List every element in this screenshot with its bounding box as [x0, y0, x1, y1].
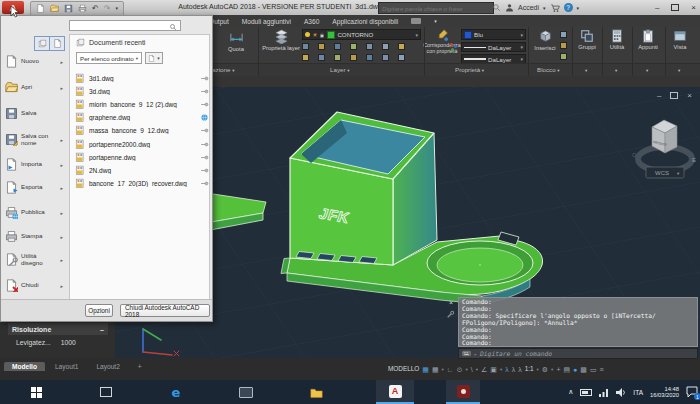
layer-tool-icon[interactable]	[366, 54, 373, 61]
file-explorer-button[interactable]	[304, 380, 328, 404]
pin-icon[interactable]	[200, 126, 209, 135]
hardware-accel-icon[interactable]: ▤	[563, 366, 570, 373]
layer-tool-icon[interactable]	[302, 54, 309, 61]
object-snap-icon[interactable]: ▣	[490, 366, 497, 373]
block-tool-icon[interactable]	[560, 42, 567, 49]
open-documents-toggle[interactable]	[49, 36, 65, 51]
app-store-cart-icon[interactable]	[550, 3, 560, 13]
layer-dropdown[interactable]: ☀ CONTORNO ▾	[302, 29, 421, 40]
ribbon-options-caret-icon[interactable]: ▾	[434, 18, 437, 24]
isolate-objects-icon[interactable]: ▩	[580, 366, 587, 373]
options-button[interactable]: Opzioni	[85, 304, 113, 317]
drawing-restore-button[interactable]	[670, 92, 678, 99]
palette-property-row[interactable]: Levigatez... 1000	[8, 336, 108, 348]
redo-icon[interactable]: ↷	[104, 5, 111, 13]
recent-file-row[interactable]: miorin_bancone_9_12 (2).dwg	[71, 98, 209, 111]
start-button[interactable]	[24, 380, 48, 404]
open-file-icon[interactable]	[50, 4, 59, 13]
layer-tool-icon[interactable]	[350, 54, 357, 61]
menu-search-input[interactable]	[69, 20, 181, 31]
pin-icon[interactable]	[200, 153, 209, 162]
pin-icon[interactable]	[200, 140, 209, 149]
layer-tool-icon[interactable]	[318, 43, 325, 50]
clock[interactable]: 14:48 16/03/2020	[650, 386, 679, 399]
close-button[interactable]: ×	[691, 3, 696, 12]
layer-tool-icon[interactable]	[334, 43, 341, 50]
panel-vista-caret[interactable]: ▾	[678, 66, 680, 73]
annotation-scale-label[interactable]: 1:1	[525, 366, 534, 372]
block-tool-icon[interactable]	[560, 53, 567, 60]
menu-item-salva[interactable]: Salva	[5, 102, 65, 125]
layer-tool-icon[interactable]	[350, 43, 357, 50]
layer-tool-icon[interactable]	[366, 43, 373, 50]
tab-layout1[interactable]: Layout1	[47, 362, 86, 371]
tab-moduli-aggiuntivi[interactable]: Moduli aggiuntivi	[242, 18, 291, 25]
search-icon[interactable]	[492, 3, 501, 12]
task-view-button[interactable]	[94, 380, 118, 404]
clipboard-panel-button[interactable]: Appunti	[636, 29, 660, 50]
viewcube-east-label[interactable]: E	[692, 157, 696, 163]
layer-tool-icon[interactable]	[318, 54, 325, 61]
insert-block-button[interactable]: Inserisci	[532, 29, 558, 51]
recent-documents-toggle[interactable]	[34, 36, 50, 51]
recent-file-row[interactable]: 2N.dwg	[71, 164, 209, 177]
pin-icon[interactable]	[200, 74, 209, 83]
panel-proprieta-label[interactable]: Proprietà ▾	[455, 66, 484, 73]
menu-item-utilita-disegno[interactable]: Utilità disegno ▸	[5, 248, 65, 271]
action-center-button[interactable]: 1	[686, 386, 698, 398]
menu-search-icon[interactable]	[169, 23, 177, 31]
recent-file-row[interactable]: 3d.dwg	[71, 85, 209, 98]
command-input[interactable]: ▸ Digitare un comando	[458, 348, 698, 359]
layer-tool-icon[interactable]	[398, 43, 405, 50]
clean-screen-icon[interactable]: ▭	[590, 366, 597, 373]
help-caret-icon[interactable]: ▾	[577, 5, 580, 11]
view-panel-button[interactable]: Vista	[668, 29, 692, 50]
recent-file-row[interactable]: portapenne.dwg	[71, 151, 209, 164]
pin-icon[interactable]	[200, 179, 209, 188]
save-icon[interactable]	[64, 4, 73, 13]
caret-icon[interactable]: ▾	[442, 367, 444, 372]
viewcube-west-label[interactable]: O	[632, 152, 637, 158]
panel-layer-label[interactable]: Layer ▾	[330, 66, 349, 73]
ortho-icon[interactable]: ∟	[447, 366, 454, 373]
drawing-close-button[interactable]: ×	[687, 91, 692, 100]
block-tool-icon[interactable]	[560, 31, 567, 38]
viewcube[interactable]: S E O FRONTE WCS ▾	[632, 120, 696, 178]
panel-blocco-label[interactable]: Blocco ▾	[537, 66, 560, 73]
media-app-taskbar-button[interactable]	[446, 380, 480, 404]
layer-tool-icon[interactable]	[398, 54, 405, 61]
panel-appunti-caret[interactable]: ▾	[646, 66, 648, 73]
network-icon[interactable]	[599, 388, 609, 397]
edge-browser-button[interactable]: e	[164, 380, 188, 404]
pin-icon[interactable]	[200, 87, 209, 96]
pin-icon[interactable]	[200, 166, 209, 175]
groups-panel-button[interactable]: Gruppi	[575, 29, 599, 50]
plot-icon[interactable]	[78, 4, 87, 13]
customization-menu-icon[interactable]: ≡	[600, 366, 604, 373]
sort-order-dropdown[interactable]: Per elenco ordinato ▾	[76, 52, 142, 64]
recent-file-row[interactable]: massa_bancone_9_12.dwg	[71, 124, 209, 137]
tray-chevron-icon[interactable]: ∧	[568, 388, 573, 396]
menu-item-nuovo[interactable]: Nuovo ▸	[5, 50, 65, 73]
isodraft-icon[interactable]: \	[471, 366, 473, 373]
drawing-minimize-button[interactable]: –	[657, 91, 661, 100]
menu-item-stampa[interactable]: Stampa ▸	[5, 225, 65, 248]
object-snap-tracking-icon[interactable]: ∠	[481, 366, 487, 373]
help-icon[interactable]: ?	[564, 3, 573, 12]
menu-item-importa[interactable]: Importa ▸	[5, 153, 65, 176]
battery-icon[interactable]	[580, 389, 592, 396]
palette-section-header[interactable]: Risoluzione –	[8, 323, 108, 335]
caret-icon[interactable]: ▾	[537, 367, 539, 372]
tab-modello[interactable]: Modello	[4, 362, 45, 371]
linetype-dropdown[interactable]: DaLayer ▾	[461, 42, 526, 52]
snap-icon[interactable]: ▦	[432, 366, 439, 373]
cloud-sync-icon[interactable]	[200, 113, 209, 122]
recent-file-row[interactable]: bancone_17_20(3D)_recover.dwg	[71, 177, 209, 190]
capture-app-button[interactable]	[234, 380, 258, 404]
tab-a360[interactable]: A360	[304, 18, 319, 25]
caret-icon[interactable]: ▾	[476, 367, 478, 372]
utilities-panel-button[interactable]: Utilità	[605, 29, 629, 50]
qat-customize-caret-icon[interactable]: ▾	[115, 6, 118, 11]
quota-button[interactable]: Quota	[217, 30, 255, 52]
sign-in-caret-icon[interactable]: ▾	[543, 5, 546, 11]
